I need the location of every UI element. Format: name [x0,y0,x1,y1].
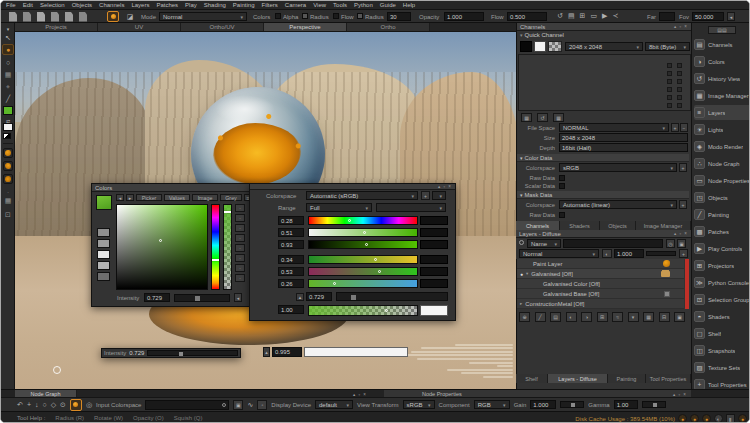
viewport-tab-ortho[interactable]: Ortho [347,23,430,31]
play-projection-icon[interactable]: ▶ [602,12,607,20]
val-gradient-bar[interactable] [308,240,418,249]
file-space-minus-button[interactable]: − [680,123,688,132]
menu-objects[interactable]: Objects [72,2,92,8]
radius-field[interactable]: 30 [387,12,411,21]
palette-tab-painting[interactable]: ╱Painting [694,207,750,222]
status-cache-icon-1[interactable]: ● [678,414,687,423]
channel-size-dropdown[interactable]: 2048 x 2048 [565,42,643,51]
channel-mini-button-1[interactable]: · [235,204,245,212]
colors-tab-grey[interactable]: Grey [220,194,242,201]
action-channel-layer-icon[interactable]: ▤ [550,312,561,322]
select-tool-icon[interactable]: ↖ [2,32,14,43]
flow-field[interactable]: 0.500 [507,12,547,21]
curve-lut-icon[interactable]: ∿ [247,401,253,409]
red-gradient-bar[interactable] [308,255,418,264]
raw-data-checkbox[interactable] [559,175,565,181]
channel-mini-button-5[interactable]: · [235,244,245,252]
shelf-color-3[interactable] [3,174,13,184]
view-transform-dropdown[interactable]: sRGB [403,400,435,409]
status-meter-icon[interactable]: ▮ [726,414,735,423]
status-memory-icon[interactable]: ◐ [714,414,723,423]
channels-window-controls[interactable]: ▴ ▫ × [674,24,688,29]
shelf-color-2[interactable] [3,161,13,171]
layer-opacity-track[interactable] [646,251,676,256]
input-colorspace-search-field[interactable] [145,400,229,410]
dock-tab-image-manager[interactable]: Image Manager [636,221,691,230]
palette-tab-texture-sets[interactable]: ▨Texture Sets [694,360,750,375]
galvanised-expander[interactable]: ▾ [526,271,528,276]
foreground-swatch-large[interactable] [96,195,112,210]
floating-alpha-white-bar[interactable] [304,347,408,357]
picker-fwd-button[interactable]: ▸ [126,194,134,201]
layer-row-galvanised[interactable]: ●▾Galvanised [Off] [517,269,684,279]
file-space-plus-button[interactable]: + [671,123,679,132]
menu-python[interactable]: Python [354,2,373,8]
menu-shading[interactable]: Shading [204,2,226,8]
action-graph-icon[interactable]: ≈ [612,312,623,322]
symmetry-icon[interactable]: ↺ [557,12,563,20]
alpha-strip[interactable] [223,204,232,290]
remove-channel-icon[interactable]: ▦ [553,113,564,122]
layers-panel-header[interactable]: Layers - Diffuse▴ ▫ × [516,230,691,238]
channel-flag-2[interactable] [677,63,682,68]
palette-tab-node-properties[interactable]: ▭Node Properties [694,173,750,188]
channel-mini-button-8[interactable]: · [235,274,245,282]
eyedropper-icon[interactable]: ◎ [86,401,92,409]
palette-tab-shelf[interactable]: ▢Shelf [694,326,750,341]
colorspace-add-button[interactable]: + [421,191,430,200]
save-project-icon[interactable] [37,12,45,22]
grid-projection-icon[interactable]: ▤ [568,12,575,20]
color-data-section[interactable]: ▾Color Data [517,154,689,162]
dock-tab-shaders[interactable]: Shaders [560,221,600,230]
status-cache-icon-3[interactable]: ● [702,414,711,423]
background-color-swatch[interactable] [3,123,13,131]
palette-tab-python-console[interactable]: ≫Python Console [694,275,750,290]
blend-icon[interactable]: ◐ [602,249,612,258]
channel-depth-dropdown[interactable]: 8bit (Byte) [645,42,690,51]
palette-strip-header[interactable]: ▤▤ [708,26,736,34]
dock-tab-channels[interactable]: Channels [516,221,560,230]
eraser-tool-icon[interactable]: ◪ [125,12,135,22]
menu-channels[interactable]: Channels [99,2,124,8]
value-slider-stepper[interactable]: ▴ [296,293,304,301]
palette-tab-patches[interactable]: ▩Patches [694,224,750,239]
values-panel-header[interactable]: ▴ ▫ × [250,184,455,190]
angle-projection-icon[interactable]: ≺ [612,12,618,20]
uv-grid-icon[interactable]: ▦ [2,195,14,206]
blur-tool-icon[interactable]: ○ [2,57,14,68]
gain-slider[interactable] [560,401,584,408]
layer-lock-icon[interactable]: ▣ [677,239,686,248]
palette-tab-play-controls[interactable]: ▶Play Controls [694,241,750,256]
node-properties-window-controls[interactable]: ▴ ▫ × [673,392,687,397]
mask-data-section[interactable]: ▾Mask Data [517,191,689,199]
channel-flag-5[interactable] [667,79,672,84]
hue-strip[interactable] [211,204,220,290]
intensity-stepper[interactable]: ◂ [234,293,242,302]
palette-tab-shaders[interactable]: ◓Shaders [694,309,750,324]
green-gradient-bar[interactable] [308,267,418,276]
white-swatch[interactable] [534,41,546,52]
layer-history-icon[interactable]: ◷ [666,239,675,248]
intensity-field[interactable]: 0.729 [144,293,170,302]
colors-tab-values[interactable]: Values [164,194,190,201]
palette-tab-channels[interactable]: ▤Channels [694,37,750,52]
undo-stroke-icon[interactable]: ↶ [17,401,23,409]
warp-icon[interactable]: ◇ [51,401,56,409]
layer-row-galvanised-color[interactable]: Galvanised Color [Off] [517,279,684,289]
gray-swatch-4[interactable] [97,261,110,270]
colors-tab-picker[interactable]: Picker [136,194,162,201]
blue-value-field[interactable]: 0.26 [278,279,304,288]
paint-tool-icon[interactable]: ● [2,44,14,55]
fov-field[interactable]: 50.000 [692,12,724,21]
hue-value-field[interactable]: 0.28 [278,216,304,225]
mode-dropdown[interactable]: Normal [159,12,247,21]
range-extra-dropdown[interactable] [376,203,446,212]
values-window-controls[interactable]: ▴ ▫ × [438,184,452,189]
viewport-tab-uv[interactable]: UV [98,23,181,31]
bw-reset-swatch[interactable] [3,133,11,139]
value-slider-track[interactable] [336,292,448,301]
floating-alpha-stepper[interactable]: ▴ [263,347,270,357]
value-slider-field[interactable]: 0.729 [306,292,332,301]
transparent-swatch[interactable] [548,41,562,52]
palette-tab-colors[interactable]: ◑Colors [694,54,750,69]
